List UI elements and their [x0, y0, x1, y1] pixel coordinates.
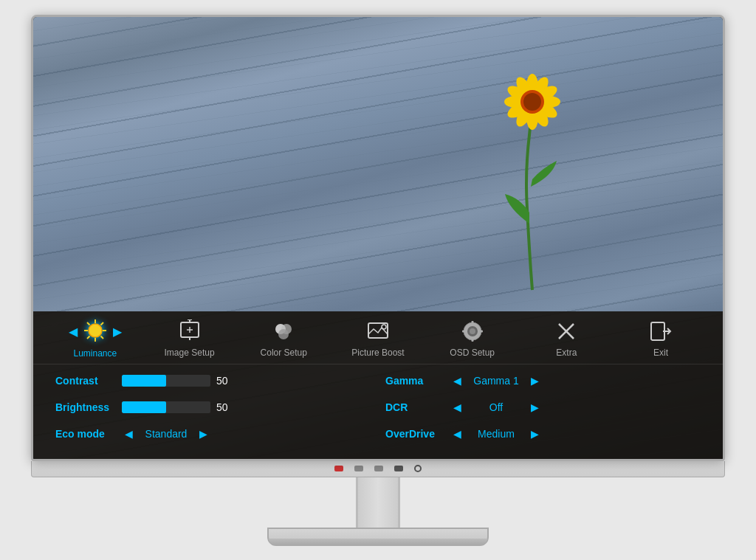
- contrast-bar: [122, 375, 210, 387]
- svg-rect-36: [471, 321, 473, 325]
- osd-overlay: ◀: [33, 311, 723, 459]
- brightness-bar: [122, 401, 210, 413]
- overdrive-value: Medium: [470, 428, 522, 440]
- image-setup-label: Image Setup: [165, 348, 215, 358]
- eco-mode-control: ◀ Standard ▶: [122, 428, 210, 440]
- eco-mode-label: Eco mode: [55, 428, 122, 440]
- nav-item-image-setup[interactable]: Image Setup: [160, 318, 219, 358]
- nav-item-osd-setup[interactable]: OSD Setup: [443, 318, 502, 358]
- chin-button-menu[interactable]: [394, 466, 403, 471]
- luminance-right-arrow[interactable]: ▶: [113, 325, 122, 339]
- contrast-label: Contrast: [55, 375, 122, 387]
- svg-point-40: [470, 328, 475, 334]
- dcr-row: DCR ◀ Off ▶: [385, 397, 701, 418]
- chin-button-right[interactable]: [374, 466, 383, 471]
- monitor-wrapper: ◀: [31, 15, 725, 546]
- nav-item-exit[interactable]: Exit: [631, 318, 690, 358]
- svg-rect-37: [471, 338, 473, 342]
- gamma-label: Gamma: [385, 375, 444, 387]
- brightness-row: Brightness 50: [55, 397, 371, 418]
- gamma-value: Gamma 1: [470, 375, 522, 387]
- nav-item-luminance[interactable]: ◀: [66, 317, 125, 359]
- osd-left-column: Contrast 50 Brightness: [55, 370, 371, 444]
- luminance-nav-arrows: ◀: [69, 317, 122, 347]
- dcr-right-arrow[interactable]: ▶: [528, 401, 542, 413]
- svg-point-33: [382, 325, 386, 329]
- osd-setup-label: OSD Setup: [450, 348, 495, 358]
- contrast-bar-fill: [122, 375, 166, 387]
- monitor-chin: [31, 461, 725, 477]
- luminance-icon: [82, 317, 109, 344]
- gamma-row: Gamma ◀ Gamma 1 ▶: [385, 370, 701, 391]
- osd-nav-bar: ◀: [33, 311, 723, 364]
- brightness-label: Brightness: [55, 401, 122, 413]
- color-setup-icon: [270, 318, 297, 345]
- svg-rect-39: [479, 330, 483, 332]
- contrast-row: Contrast 50: [55, 370, 371, 391]
- overdrive-label: OverDrive: [385, 428, 444, 440]
- svg-rect-43: [651, 322, 664, 340]
- monitor-screen: ◀: [33, 17, 723, 460]
- eco-mode-left-arrow[interactable]: ◀: [122, 428, 136, 440]
- dcr-value: Off: [470, 401, 522, 413]
- gamma-right-arrow[interactable]: ▶: [528, 375, 542, 387]
- osd-content: Contrast 50 Brightness: [33, 364, 723, 450]
- contrast-value: 50: [216, 375, 238, 387]
- eco-mode-row: Eco mode ◀ Standard ▶: [55, 424, 371, 444]
- eco-mode-right-arrow[interactable]: ▶: [196, 428, 210, 440]
- monitor-stand-base: [267, 528, 489, 546]
- nav-item-extra[interactable]: Extra: [537, 318, 596, 358]
- brightness-bar-fill: [122, 401, 166, 413]
- contrast-bar-container: 50: [122, 375, 238, 387]
- svg-point-14: [89, 324, 102, 337]
- extra-icon: [553, 318, 580, 345]
- luminance-label: Luminance: [73, 348, 117, 359]
- brightness-bar-container: 50: [122, 401, 238, 413]
- exit-label: Exit: [653, 348, 668, 358]
- osd-right-column: Gamma ◀ Gamma 1 ▶ DCR ◀ Off ▶: [371, 370, 701, 444]
- overdrive-row: OverDrive ◀ Medium ▶: [385, 424, 701, 444]
- svg-line-21: [100, 322, 103, 325]
- chin-button-power-indicator: [334, 466, 343, 471]
- nav-item-color-setup[interactable]: Color Setup: [254, 318, 313, 358]
- chin-button-left[interactable]: [354, 466, 363, 471]
- luminance-left-arrow[interactable]: ◀: [69, 325, 78, 339]
- svg-point-13: [523, 93, 541, 111]
- gamma-left-arrow[interactable]: ◀: [450, 375, 464, 387]
- svg-line-19: [87, 322, 90, 325]
- svg-rect-38: [462, 330, 466, 332]
- dcr-label: DCR: [385, 401, 444, 413]
- osd-setup-icon: [459, 318, 486, 345]
- exit-icon: [647, 318, 674, 345]
- monitor-frame: ◀: [31, 15, 725, 462]
- svg-point-31: [278, 329, 289, 339]
- dcr-left-arrow[interactable]: ◀: [450, 401, 464, 413]
- flower-image: [487, 61, 575, 297]
- chin-button-power[interactable]: [414, 465, 422, 472]
- nav-item-picture-boost[interactable]: Picture Boost: [348, 318, 408, 358]
- monitor-stand-neck: [356, 477, 400, 528]
- overdrive-left-arrow[interactable]: ◀: [450, 428, 464, 440]
- overdrive-right-arrow[interactable]: ▶: [528, 428, 542, 440]
- image-setup-icon: [176, 318, 203, 345]
- eco-mode-value: Standard: [140, 428, 192, 440]
- picture-boost-icon: [365, 318, 391, 345]
- color-setup-label: Color Setup: [261, 348, 307, 358]
- picture-boost-label: Picture Boost: [351, 348, 404, 358]
- brightness-value: 50: [216, 401, 238, 413]
- svg-line-22: [87, 336, 90, 339]
- svg-line-20: [100, 336, 103, 339]
- extra-label: Extra: [556, 348, 577, 358]
